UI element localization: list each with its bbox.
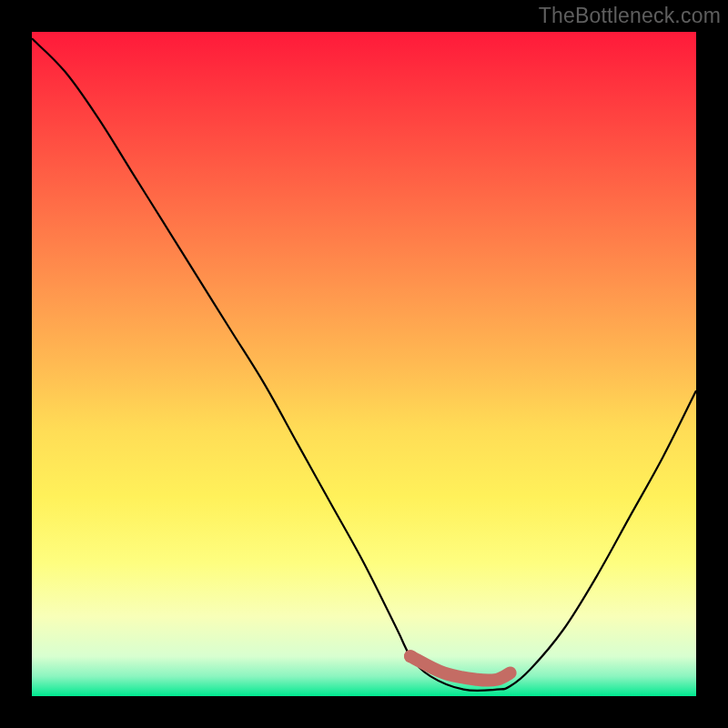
chart-stage: TheBottleneck.com: [0, 0, 728, 728]
bottleneck-curve: [32, 38, 696, 691]
chart-svg: [32, 32, 696, 696]
plot-area: [32, 32, 696, 696]
watermark-text: TheBottleneck.com: [539, 4, 721, 28]
optimal-range-marker: [410, 656, 510, 681]
optimal-range-start-dot: [404, 650, 417, 662]
